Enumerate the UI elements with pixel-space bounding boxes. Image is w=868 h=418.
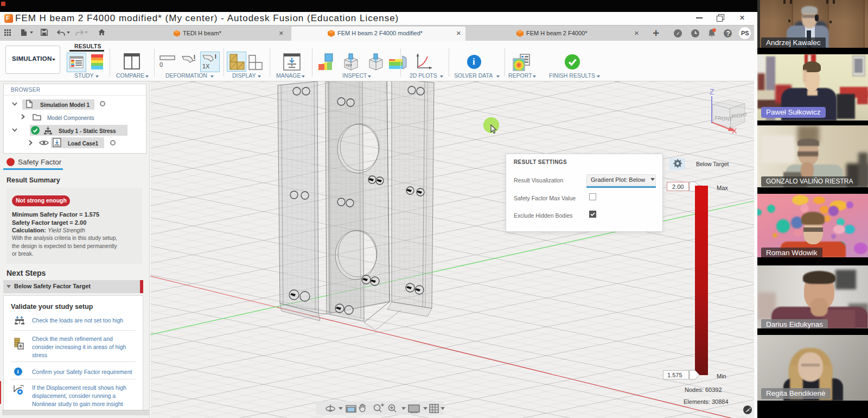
- svg-text:I: I: [215, 54, 216, 60]
- svg-text:I: I: [194, 55, 195, 60]
- svg-text:1X: 1X: [202, 63, 210, 69]
- svg-text:xyz: xyz: [346, 62, 352, 67]
- svg-text:0: 0: [159, 61, 163, 67]
